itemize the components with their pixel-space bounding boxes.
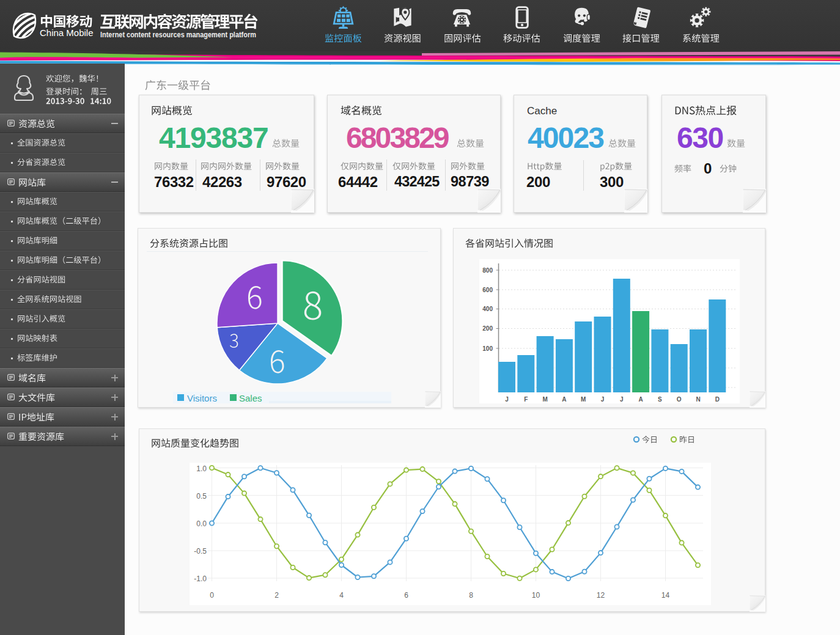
svg-text:200: 200: [482, 325, 493, 332]
svg-text:A: A: [638, 396, 643, 403]
svg-text:100: 100: [482, 345, 493, 352]
svg-text:J: J: [620, 396, 624, 403]
svg-text:M: M: [581, 396, 586, 403]
svg-text:S: S: [658, 396, 662, 403]
svg-text:J: J: [601, 396, 605, 403]
svg-text:F: F: [524, 396, 528, 403]
svg-text:800: 800: [482, 267, 493, 274]
svg-text:J: J: [505, 396, 509, 403]
svg-text:A: A: [562, 396, 566, 403]
svg-text:M: M: [542, 396, 547, 403]
svg-text:D: D: [715, 396, 720, 403]
svg-text:400: 400: [482, 306, 493, 312]
svg-text:O: O: [677, 396, 682, 403]
svg-text:N: N: [696, 396, 700, 403]
svg-text:600: 600: [482, 287, 493, 293]
